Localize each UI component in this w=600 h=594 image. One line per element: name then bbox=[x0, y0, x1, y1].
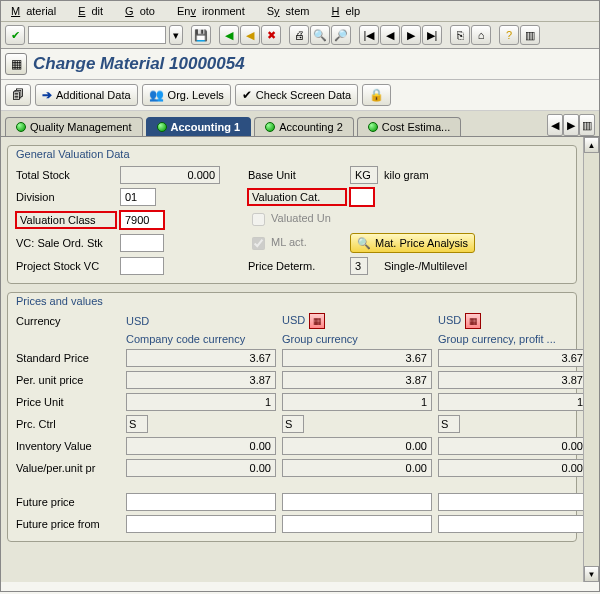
vertical-scrollbar[interactable]: ▲ ▼ bbox=[583, 137, 599, 582]
label-future-price: Future price bbox=[16, 496, 120, 508]
cancel-icon[interactable]: ✖ bbox=[261, 25, 281, 45]
shortcut-icon[interactable]: ⌂ bbox=[471, 25, 491, 45]
dropdown-icon[interactable]: ▾ bbox=[169, 25, 183, 45]
ml-act-checkbox bbox=[252, 237, 265, 250]
currency-icon[interactable]: ▦ bbox=[309, 313, 325, 329]
tab-cost-estimates[interactable]: Cost Estima... bbox=[357, 117, 461, 136]
price-unit-3[interactable] bbox=[438, 393, 583, 411]
tab-navigation: ◀ ▶ ▥ bbox=[547, 114, 595, 136]
back-icon[interactable]: ◀ bbox=[219, 25, 239, 45]
find-next-icon[interactable]: 🔎 bbox=[331, 25, 351, 45]
value-per-unit-2[interactable] bbox=[282, 459, 432, 477]
scroll-track[interactable] bbox=[584, 153, 599, 566]
valuation-cat-field[interactable] bbox=[350, 188, 374, 206]
label-ml-act: ML act. bbox=[271, 236, 307, 248]
vc-sale-field[interactable] bbox=[120, 234, 164, 252]
future-price-from-1[interactable] bbox=[126, 515, 276, 533]
per-unit-price-3[interactable] bbox=[438, 371, 583, 389]
search-icon: 🔍 bbox=[357, 237, 371, 250]
command-field[interactable] bbox=[28, 26, 166, 44]
label-currency: Currency bbox=[16, 315, 120, 327]
inventory-value-2[interactable] bbox=[282, 437, 432, 455]
menu-system[interactable]: System bbox=[261, 3, 322, 19]
future-price-3[interactable] bbox=[438, 493, 583, 511]
valuation-class-field[interactable] bbox=[120, 211, 164, 229]
tab-quality-management[interactable]: Quality Management bbox=[5, 117, 143, 136]
mat-price-label: Mat. Price Analysis bbox=[375, 237, 468, 249]
prev-page-icon[interactable]: ◀ bbox=[380, 25, 400, 45]
last-page-icon[interactable]: ▶| bbox=[422, 25, 442, 45]
group-general-valuation-data: General Valuation Data Total Stock Base … bbox=[7, 145, 577, 284]
print-icon[interactable]: 🖨 bbox=[289, 25, 309, 45]
per-unit-price-2[interactable] bbox=[282, 371, 432, 389]
future-price-from-3[interactable] bbox=[438, 515, 583, 533]
menu-environment[interactable]: Environment bbox=[171, 3, 257, 19]
base-unit-field[interactable] bbox=[350, 166, 378, 184]
future-price-1[interactable] bbox=[126, 493, 276, 511]
page-title: Change Material 10000054 bbox=[33, 54, 245, 74]
menu-help[interactable]: Help bbox=[325, 3, 372, 19]
value-per-unit-1[interactable] bbox=[126, 459, 276, 477]
project-stock-field[interactable] bbox=[120, 257, 164, 275]
group-title: General Valuation Data bbox=[8, 146, 576, 162]
additional-data-label: Additional Data bbox=[56, 89, 131, 101]
find-icon[interactable]: 🔍 bbox=[310, 25, 330, 45]
pick-button[interactable]: 🗐 bbox=[5, 84, 31, 106]
menu-edit[interactable]: Edit bbox=[72, 3, 115, 19]
help-icon[interactable]: ? bbox=[499, 25, 519, 45]
scroll-down-icon[interactable]: ▼ bbox=[584, 566, 599, 582]
save-icon[interactable]: 💾 bbox=[191, 25, 211, 45]
menu-bar: Material Edit Goto Environment System He… bbox=[1, 1, 599, 22]
exit-icon[interactable]: ◀ bbox=[240, 25, 260, 45]
standard-price-2[interactable] bbox=[282, 349, 432, 367]
label-future-price-from: Future price from bbox=[16, 518, 120, 530]
valuated-checkbox bbox=[252, 213, 265, 226]
tab-scroll-left-icon[interactable]: ◀ bbox=[547, 114, 563, 136]
price-unit-2[interactable] bbox=[282, 393, 432, 411]
group-prices-values: Prices and values Currency USD USD▦ USD▦… bbox=[7, 292, 577, 542]
tab-accounting-2[interactable]: Accounting 2 bbox=[254, 117, 354, 136]
currency-icon[interactable]: ▦ bbox=[465, 313, 481, 329]
overview-icon[interactable]: ▦ bbox=[5, 53, 27, 75]
tab-indicator-icon bbox=[157, 122, 167, 132]
label-value-per-unit: Value/per.unit pr bbox=[16, 462, 120, 474]
mat-price-analysis-button[interactable]: 🔍Mat. Price Analysis bbox=[350, 233, 475, 253]
tab-scroll-right-icon[interactable]: ▶ bbox=[563, 114, 579, 136]
menu-material[interactable]: Material bbox=[5, 3, 68, 19]
value-per-unit-3[interactable] bbox=[438, 459, 583, 477]
label-vc-sale: VC: Sale Ord. Stk bbox=[16, 237, 116, 249]
next-page-icon[interactable]: ▶ bbox=[401, 25, 421, 45]
total-stock-field[interactable] bbox=[120, 166, 220, 184]
additional-data-button[interactable]: ➔Additional Data bbox=[35, 84, 138, 106]
lock-button[interactable]: 🔒 bbox=[362, 84, 391, 106]
tab-list-icon[interactable]: ▥ bbox=[579, 114, 595, 136]
first-page-icon[interactable]: |◀ bbox=[359, 25, 379, 45]
price-unit-1[interactable] bbox=[126, 393, 276, 411]
ok-icon[interactable]: ✔ bbox=[5, 25, 25, 45]
layout-icon[interactable]: ▥ bbox=[520, 25, 540, 45]
check-screen-button[interactable]: ✔Check Screen Data bbox=[235, 84, 358, 106]
prc-ctrl-2[interactable] bbox=[282, 415, 304, 433]
menu-goto[interactable]: Goto bbox=[119, 3, 167, 19]
per-unit-price-1[interactable] bbox=[126, 371, 276, 389]
standard-price-1[interactable] bbox=[126, 349, 276, 367]
subhead-col1: Company code currency bbox=[126, 333, 276, 345]
tab-accounting-1[interactable]: Accounting 1 bbox=[146, 117, 252, 136]
division-field[interactable] bbox=[120, 188, 156, 206]
org-levels-button[interactable]: 👥Org. Levels bbox=[142, 84, 231, 106]
standard-price-3[interactable] bbox=[438, 349, 583, 367]
future-price-2[interactable] bbox=[282, 493, 432, 511]
price-determ-field[interactable] bbox=[350, 257, 368, 275]
future-price-from-2[interactable] bbox=[282, 515, 432, 533]
scroll-up-icon[interactable]: ▲ bbox=[584, 137, 599, 153]
label-base-unit: Base Unit bbox=[248, 169, 346, 181]
inventory-value-3[interactable] bbox=[438, 437, 583, 455]
content-area: General Valuation Data Total Stock Base … bbox=[1, 137, 599, 582]
inventory-value-1[interactable] bbox=[126, 437, 276, 455]
label-per-unit-price: Per. unit price bbox=[16, 374, 120, 386]
new-session-icon[interactable]: ⎘ bbox=[450, 25, 470, 45]
prc-ctrl-3[interactable] bbox=[438, 415, 460, 433]
title-row: ▦ Change Material 10000054 bbox=[1, 49, 599, 80]
prc-ctrl-1[interactable] bbox=[126, 415, 148, 433]
label-standard-price: Standard Price bbox=[16, 352, 120, 364]
